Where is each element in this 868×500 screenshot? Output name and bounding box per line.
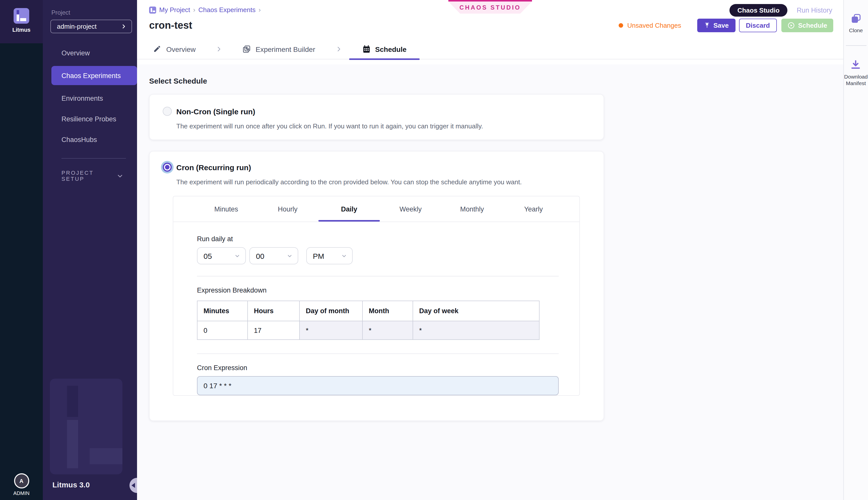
tab-experiment-builder[interactable]: Experiment Builder — [240, 39, 317, 59]
breakdown-cell: 0 — [197, 321, 248, 340]
clone-action[interactable]: Clone — [849, 13, 863, 34]
toggle-chaos-studio[interactable]: Chaos Studio — [729, 4, 788, 16]
cron-tab-weekly[interactable]: Weekly — [380, 205, 441, 221]
cron-tab-minutes[interactable]: Minutes — [195, 205, 257, 221]
sidebar-item-chaos-experiments[interactable]: Chaos Experiments — [52, 66, 137, 85]
save-button[interactable]: Save — [697, 19, 735, 32]
tab-label: Schedule — [375, 45, 407, 53]
breakdown-col-header: Hours — [248, 301, 300, 321]
cron-expression-input[interactable] — [197, 376, 559, 395]
tab-overview[interactable]: Overview — [151, 39, 198, 59]
cron-description: The experiment will run periodically acc… — [176, 178, 604, 186]
sidebar-section-project-setup[interactable]: PROJECT SETUP — [61, 170, 123, 182]
app-version: Litmus 3.0 — [53, 480, 90, 489]
select-schedule-heading: Select Schedule — [149, 77, 843, 85]
breadcrumb-logo-icon — [149, 6, 156, 13]
expression-breakdown-heading: Expression Breakdown — [197, 286, 579, 294]
chaos-studio-badge: CHAOS STUDIO — [448, 0, 532, 14]
avatar[interactable]: A — [14, 473, 29, 488]
sidebar-collapse-button[interactable] — [129, 478, 137, 493]
divider — [846, 45, 866, 46]
breadcrumb-separator: › — [193, 6, 195, 14]
chevron-down-icon — [341, 253, 347, 259]
cron-config-panel: MinutesHourlyDailyWeeklyMonthlyYearly Ru… — [173, 196, 580, 396]
toggle-run-history[interactable]: Run History — [797, 7, 832, 14]
chevron-right-icon — [121, 24, 126, 29]
chaos-studio-badge-label: CHAOS STUDIO — [448, 1, 532, 14]
download-label-2: Manifest — [844, 80, 868, 87]
expression-breakdown-table: MinutesHoursDay of monthMonthDay of week… — [197, 300, 540, 340]
unsaved-dot-icon — [619, 23, 623, 28]
breadcrumb-link[interactable]: My Project — [159, 6, 190, 14]
chevron-down-icon — [234, 253, 240, 259]
clone-icon — [850, 13, 861, 24]
main-area: CHAOS STUDIO Chaos Studio Run History My… — [137, 0, 843, 500]
breadcrumb-separator: › — [258, 6, 261, 14]
pencil-icon — [153, 45, 162, 53]
chevron-down-icon — [117, 172, 123, 179]
brand-name: Litmus — [12, 27, 31, 33]
cron-title: Cron (Recurring run) — [176, 163, 251, 171]
sidebar-item-chaoshubs[interactable]: ChaosHubs — [43, 132, 137, 147]
collapse-left-icon — [132, 483, 135, 488]
breakdown-col-header: Day of month — [300, 301, 362, 321]
sidebar-item-resilience-probes[interactable]: Resilience Probes — [43, 111, 137, 126]
cron-option-card: Cron (Recurring run) The experiment will… — [149, 151, 604, 421]
tab-label: Overview — [166, 45, 196, 53]
divider — [197, 276, 559, 276]
user-role-label: ADMIN — [13, 490, 30, 496]
chevron-right-icon — [216, 46, 223, 52]
user-menu[interactable]: A ADMIN — [0, 473, 43, 496]
pin-icon — [704, 22, 710, 29]
right-action-rail: Clone Download Manifest — [843, 0, 868, 500]
breakdown-cell: 17 — [248, 321, 300, 340]
chevron-right-icon — [335, 46, 342, 52]
non-cron-option-card[interactable]: Non-Cron (Single run) The experiment wil… — [149, 94, 604, 140]
calendar-icon — [362, 45, 371, 53]
litmus-logo-icon — [14, 8, 29, 24]
project-setup-label: PROJECT SETUP — [61, 170, 117, 182]
schedule-button-disabled[interactable]: Schedule — [781, 19, 833, 32]
cron-tab-daily[interactable]: Daily — [318, 205, 380, 221]
non-cron-radio[interactable] — [163, 107, 172, 116]
litmus-watermark — [50, 379, 122, 474]
hour-select[interactable]: 05 — [197, 247, 246, 264]
unsaved-changes-label: Unsaved Changes — [627, 22, 681, 29]
sidebar-item-environments[interactable]: Environments — [43, 91, 137, 106]
cron-tab-hourly[interactable]: Hourly — [257, 205, 318, 221]
litmus-logo-block[interactable]: Litmus — [0, 0, 43, 43]
minute-select[interactable]: 00 — [249, 247, 298, 264]
discard-button[interactable]: Discard — [739, 19, 777, 32]
meridiem-select[interactable]: PM — [306, 247, 353, 264]
project-name: admin-project — [57, 23, 97, 30]
breakdown-col-header: Day of week — [413, 301, 539, 321]
sidebar-divider — [61, 158, 126, 159]
chevron-down-icon — [287, 253, 293, 259]
cron-expression-label: Cron Expression — [197, 364, 579, 372]
non-cron-title: Non-Cron (Single run) — [176, 107, 255, 116]
download-manifest-action[interactable]: Download Manifest — [844, 59, 868, 87]
studio-tabs: OverviewExperiment BuilderSchedule — [137, 39, 843, 59]
schedule-content: Select Schedule Non-Cron (Single run) Th… — [137, 65, 843, 500]
play-circle-icon — [787, 22, 795, 29]
clone-label: Clone — [849, 27, 863, 34]
cron-tab-monthly[interactable]: Monthly — [441, 205, 503, 221]
cron-tab-yearly[interactable]: Yearly — [503, 205, 564, 221]
breadcrumb-link[interactable]: Chaos Experiments — [199, 6, 256, 14]
cron-radio-selected[interactable] — [163, 163, 172, 172]
project-label: Project — [52, 9, 137, 16]
project-selector[interactable]: admin-project — [50, 20, 132, 33]
run-daily-at-label: Run daily at — [197, 235, 579, 243]
download-label-1: Download — [844, 73, 868, 80]
breakdown-col-header: Minutes — [197, 301, 248, 321]
divider — [197, 353, 559, 354]
non-cron-description: The experiment will run once after you c… — [176, 122, 604, 130]
left-icon-rail: Litmus A ADMIN — [0, 0, 43, 500]
cron-frequency-tabs: MinutesHourlyDailyWeeklyMonthlyYearly — [173, 205, 579, 221]
download-icon — [850, 59, 862, 70]
tab-schedule[interactable]: Schedule — [360, 39, 408, 59]
tab-label: Experiment Builder — [256, 45, 315, 53]
sidebar-item-overview[interactable]: Overview — [43, 45, 137, 60]
page-header: CHAOS STUDIO Chaos Studio Run History My… — [137, 0, 843, 65]
unsaved-changes-status: Unsaved Changes — [619, 22, 681, 29]
